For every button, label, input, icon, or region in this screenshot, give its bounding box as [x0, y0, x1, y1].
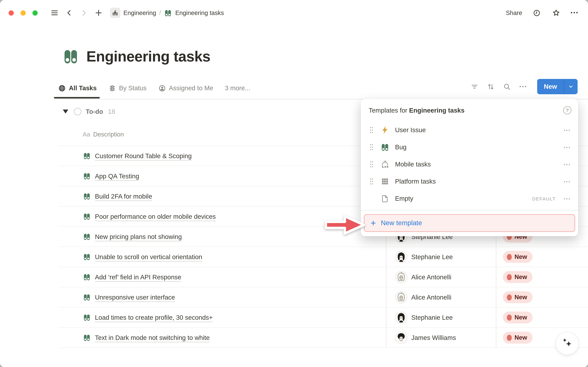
template-item[interactable]: Mobile tasks ••• [361, 156, 578, 173]
binoculars-icon [83, 313, 91, 322]
group-header-todo[interactable]: To-do 18 [63, 108, 115, 115]
status-label: New [514, 294, 527, 301]
favorite-star-icon[interactable] [551, 8, 561, 18]
task-title[interactable]: Add ‘ref’ field in API Response [95, 273, 181, 281]
tabs-more-button[interactable]: 3 more... [225, 84, 250, 92]
history-clock-icon[interactable] [531, 8, 542, 18]
table-row[interactable]: Add ‘ref’ field in API Response Alice An… [58, 267, 588, 287]
status-cell[interactable]: New [503, 271, 533, 283]
template-more-icon[interactable]: ••• [564, 179, 571, 184]
workspace-building-icon[interactable] [110, 8, 120, 18]
zoom-window-button[interactable] [33, 10, 38, 16]
status-cell[interactable]: New [503, 291, 533, 303]
status-badge: New [503, 311, 533, 323]
template-icon [380, 125, 390, 135]
task-title[interactable]: App QA Testing [95, 172, 139, 180]
binoculars-icon[interactable] [62, 47, 80, 65]
task-description-cell[interactable]: Poor performance on older mobile devices [58, 212, 216, 221]
task-title[interactable]: Build 2FA for mobile [95, 193, 152, 200]
binoculars-icon [164, 9, 172, 17]
task-title[interactable]: Text in Dark mode not switching to white [95, 334, 210, 341]
person-name: Alice Antonelli [411, 293, 452, 301]
sidebar-menu-icon[interactable] [49, 8, 60, 18]
task-title[interactable]: Load times to create profile, 30 seconds… [95, 314, 213, 321]
breadcrumb-workspace[interactable]: Engineering [123, 9, 156, 16]
template-item[interactable]: User Issue ••• [361, 121, 578, 139]
task-description-cell[interactable]: App QA Testing [58, 172, 139, 180]
share-button[interactable]: Share [506, 9, 522, 16]
template-item[interactable]: Platform tasks ••• [361, 173, 578, 190]
breadcrumb-separator: / [159, 9, 161, 16]
status-dot-icon [507, 294, 512, 300]
status-label: New [514, 314, 527, 321]
binoculars-icon [83, 212, 91, 221]
ai-sparkle-button[interactable] [555, 332, 579, 355]
back-icon[interactable] [64, 8, 74, 18]
new-page-plus-icon[interactable] [94, 8, 104, 18]
new-button-chevron-down-icon[interactable] [564, 79, 578, 94]
annotation-arrow-icon [324, 214, 369, 236]
tab-by-status[interactable]: By Status [108, 80, 146, 97]
page-title[interactable]: Engineering tasks [86, 48, 210, 65]
status-cell[interactable]: New [503, 332, 533, 344]
drag-handle-icon[interactable] [369, 161, 374, 168]
task-description-cell[interactable]: Unable to scroll on vertical orientation [58, 253, 202, 261]
template-more-icon[interactable]: ••• [564, 127, 571, 133]
table-row[interactable]: Unresponsive user interface Alice Antone… [58, 287, 588, 308]
disclosure-triangle-icon[interactable] [63, 109, 68, 114]
tab-label: All Tasks [69, 84, 97, 92]
drag-handle-icon[interactable] [369, 126, 374, 134]
table-row[interactable]: Text in Dark mode not switching to white… [58, 328, 588, 348]
task-description-cell[interactable]: Load times to create profile, 30 seconds… [58, 313, 213, 322]
close-window-button[interactable] [9, 10, 14, 16]
help-icon[interactable]: ? [563, 106, 571, 114]
column-header-description[interactable]: Aa Description [83, 131, 124, 138]
task-title[interactable]: Unresponsive user interface [95, 293, 175, 301]
minimize-window-button[interactable] [20, 10, 26, 16]
tab-all-tasks[interactable]: All Tasks [58, 80, 97, 97]
template-icon [380, 194, 390, 203]
new-template-button[interactable]: + New template [364, 214, 575, 232]
template-icon [380, 142, 390, 152]
default-badge: DEFAULT [532, 196, 556, 201]
task-description-cell[interactable]: Customer Round Table & Scoping [58, 152, 192, 160]
sort-icon[interactable] [487, 83, 494, 90]
task-title[interactable]: Unable to scroll on vertical orientation [95, 253, 202, 260]
table-row[interactable]: Unable to scroll on vertical orientation… [58, 247, 588, 267]
task-description-cell[interactable]: Build 2FA for mobile [58, 192, 152, 200]
tab-assigned-to-me[interactable]: Assigned to Me [158, 80, 213, 97]
drag-handle-icon[interactable] [369, 178, 374, 185]
task-description-cell[interactable]: New pricing plans not showing [58, 233, 182, 241]
person-cell[interactable]: Alice Antonelli [395, 291, 452, 303]
person-cell[interactable]: Stephanie Lee [395, 311, 453, 324]
status-cell[interactable]: New [503, 311, 533, 323]
task-title[interactable]: Customer Round Table & Scoping [95, 152, 192, 159]
task-description-cell[interactable]: Add ‘ref’ field in API Response [58, 273, 181, 281]
filter-icon[interactable] [471, 83, 478, 90]
new-button[interactable]: New [537, 79, 564, 94]
task-title[interactable]: New pricing plans not showing [95, 233, 182, 240]
status-cell[interactable]: New [503, 251, 533, 263]
template-more-icon[interactable]: ••• [564, 162, 571, 167]
forward-icon[interactable] [79, 8, 89, 18]
view-more-icon[interactable]: ••• [520, 84, 527, 89]
drag-handle-icon[interactable] [369, 143, 374, 151]
task-description-cell[interactable]: Unresponsive user interface [58, 293, 175, 301]
template-icon [380, 177, 390, 186]
person-cell[interactable]: Stephanie Lee [395, 251, 453, 263]
topbar-more-icon[interactable]: ••• [571, 10, 579, 16]
task-description-cell[interactable]: Text in Dark mode not switching to white [58, 334, 210, 342]
template-item[interactable]: Empty DEFAULT ••• [361, 190, 578, 207]
search-icon[interactable] [503, 83, 511, 90]
breadcrumb-page[interactable]: Engineering tasks [164, 9, 224, 17]
person-cell[interactable]: Alice Antonelli [395, 271, 452, 283]
task-title[interactable]: Poor performance on older mobile devices [95, 213, 216, 220]
table-row[interactable]: Load times to create profile, 30 seconds… [58, 308, 588, 328]
status-dot-icon [507, 314, 512, 320]
topbar: Engineering / Engineering tasks Share ••… [0, 0, 588, 24]
template-more-icon[interactable]: ••• [564, 196, 571, 201]
template-more-icon[interactable]: ••• [564, 145, 571, 150]
template-item[interactable]: Bug ••• [361, 139, 578, 156]
status-badge: New [503, 271, 533, 283]
person-cell[interactable]: James Williams [395, 332, 456, 344]
